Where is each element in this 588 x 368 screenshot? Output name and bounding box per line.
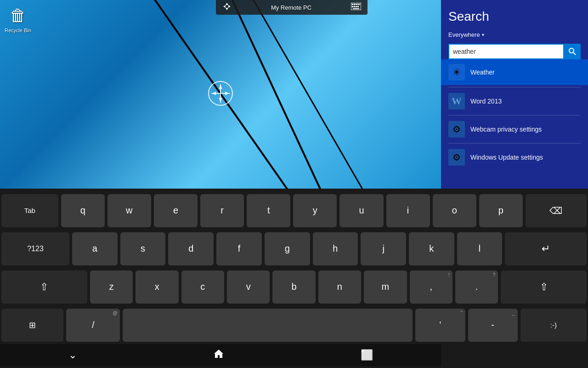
remote-toolbar: My Remote PC bbox=[216, 0, 368, 15]
svg-rect-19 bbox=[356, 6, 357, 7]
key-u[interactable]: u bbox=[339, 194, 383, 227]
key-y[interactable]: y bbox=[293, 194, 337, 227]
key-space[interactable] bbox=[123, 309, 413, 342]
key-slash[interactable]: /@ bbox=[66, 309, 120, 342]
weather-result-label: Weather bbox=[470, 69, 495, 76]
key-r[interactable]: r bbox=[200, 194, 244, 227]
key-c[interactable]: c bbox=[181, 270, 224, 304]
desktop-area: 🗑 Recycle Bin bbox=[0, 0, 441, 189]
weather-result-icon: ☀ bbox=[448, 64, 465, 80]
diagonal-line bbox=[253, 0, 392, 189]
key-i[interactable]: i bbox=[386, 194, 430, 227]
svg-marker-24 bbox=[214, 350, 223, 358]
key-p[interactable]: p bbox=[479, 194, 523, 227]
svg-marker-8 bbox=[226, 8, 228, 10]
key-b[interactable]: b bbox=[272, 270, 315, 304]
key-l[interactable]: l bbox=[457, 232, 503, 265]
toolbar-keyboard-button[interactable] bbox=[348, 2, 364, 13]
search-title: Search bbox=[448, 9, 581, 24]
system-nav-bar: ⌄ ⬜ bbox=[0, 344, 441, 366]
key-comma[interactable]: ,! bbox=[410, 270, 452, 304]
key-comma-subtext: ! bbox=[448, 272, 450, 277]
svg-marker-9 bbox=[223, 5, 226, 8]
svg-line-23 bbox=[573, 52, 576, 55]
key-w[interactable]: w bbox=[107, 194, 151, 227]
svg-marker-7 bbox=[226, 3, 228, 5]
svg-marker-10 bbox=[228, 5, 231, 8]
key-special-left[interactable]: ⊞ bbox=[1, 309, 63, 342]
svg-rect-15 bbox=[357, 4, 359, 5]
search-input[interactable] bbox=[448, 44, 564, 59]
svg-rect-13 bbox=[354, 4, 355, 5]
svg-rect-20 bbox=[357, 6, 359, 7]
key-shift-left[interactable]: ⇧ bbox=[1, 270, 87, 304]
toolbar-title: My Remote PC bbox=[234, 4, 348, 11]
divider-3 bbox=[448, 143, 581, 144]
search-button[interactable] bbox=[564, 44, 581, 59]
key-h[interactable]: h bbox=[313, 232, 358, 265]
search-scope-dropdown[interactable]: Everywhere ▾ bbox=[448, 31, 581, 38]
key-t[interactable]: t bbox=[247, 194, 290, 227]
key-j[interactable]: j bbox=[361, 232, 406, 265]
key-o[interactable]: o bbox=[433, 194, 476, 227]
svg-rect-21 bbox=[353, 8, 359, 9]
keyboard-row-3: ⇧ z x c v b n m ,! .? ⇧ bbox=[0, 268, 588, 306]
key-dash-subtext: _ bbox=[512, 310, 515, 316]
winupdate-result-label: Windows Update settings bbox=[470, 154, 543, 161]
key-num-switch[interactable]: ?123 bbox=[1, 232, 69, 265]
nav-recent-button[interactable]: ⬜ bbox=[351, 345, 382, 365]
key-apostrophe-subtext: " bbox=[461, 310, 463, 316]
svg-point-22 bbox=[569, 48, 574, 53]
key-a[interactable]: a bbox=[72, 232, 118, 265]
webcam-result-icon: ⚙ bbox=[448, 121, 465, 138]
key-s[interactable]: s bbox=[120, 232, 166, 265]
search-panel: Search Everywhere ▾ ☀ Weather W Word 201… bbox=[441, 0, 588, 189]
svg-marker-6 bbox=[225, 92, 229, 95]
key-z[interactable]: z bbox=[90, 270, 133, 304]
keyboard-row-2: ?123 a s d f g h j k l ↵ bbox=[0, 230, 588, 268]
divider-1 bbox=[448, 87, 581, 87]
key-d[interactable]: d bbox=[168, 232, 214, 265]
search-result-webcam[interactable]: ⚙ Webcam privacy settings bbox=[448, 117, 581, 141]
key-k[interactable]: k bbox=[409, 232, 454, 265]
key-v[interactable]: v bbox=[227, 270, 270, 304]
recycle-bin-label: Recycle Bin bbox=[5, 28, 31, 33]
search-result-word2013[interactable]: W Word 2013 bbox=[448, 89, 581, 113]
key-shift-right[interactable]: ⇧ bbox=[501, 270, 587, 304]
word-result-label: Word 2013 bbox=[470, 98, 502, 105]
webcam-result-label: Webcam privacy settings bbox=[470, 126, 542, 133]
virtual-keyboard: Tab q w e r t y u i o p ⌫ ?123 a s d f g… bbox=[0, 189, 588, 368]
svg-marker-3 bbox=[219, 85, 222, 89]
key-backspace[interactable]: ⌫ bbox=[526, 194, 587, 227]
svg-marker-5 bbox=[212, 92, 216, 95]
key-x[interactable]: x bbox=[136, 270, 178, 304]
toolbar-move-button[interactable] bbox=[220, 1, 234, 14]
keyboard-row-1: Tab q w e r t y u i o p ⌫ bbox=[0, 191, 588, 230]
key-f[interactable]: f bbox=[216, 232, 262, 265]
chevron-down-icon: ▾ bbox=[482, 32, 484, 37]
nav-home-button[interactable] bbox=[204, 345, 233, 366]
search-result-winupdate[interactable]: ⚙ Windows Update settings bbox=[448, 145, 581, 169]
search-result-weather[interactable]: ☀ Weather bbox=[441, 59, 588, 85]
svg-marker-4 bbox=[219, 98, 222, 102]
svg-rect-16 bbox=[359, 4, 360, 5]
key-n[interactable]: n bbox=[318, 270, 361, 304]
key-enter[interactable]: ↵ bbox=[505, 232, 587, 265]
nav-back-button[interactable]: ⌄ bbox=[59, 345, 86, 365]
key-g[interactable]: g bbox=[265, 232, 310, 265]
key-emoji[interactable]: :-) bbox=[520, 309, 587, 342]
key-tab[interactable]: Tab bbox=[1, 194, 58, 227]
key-dash[interactable]: -_ bbox=[468, 309, 518, 342]
key-e[interactable]: e bbox=[154, 194, 198, 227]
word-result-icon: W bbox=[448, 93, 465, 109]
search-results: ☀ Weather W Word 2013 ⚙ Webcam privacy s… bbox=[448, 59, 581, 169]
recycle-bin[interactable]: 🗑 Recycle Bin bbox=[5, 5, 31, 33]
key-period[interactable]: .? bbox=[455, 270, 498, 304]
svg-rect-17 bbox=[352, 6, 353, 7]
nav-crosshair[interactable] bbox=[208, 80, 233, 108]
key-q[interactable]: q bbox=[61, 194, 105, 227]
svg-rect-18 bbox=[354, 6, 355, 7]
key-apostrophe[interactable]: '" bbox=[415, 309, 465, 342]
key-m[interactable]: m bbox=[364, 270, 407, 304]
key-period-subtext: ? bbox=[493, 272, 496, 277]
